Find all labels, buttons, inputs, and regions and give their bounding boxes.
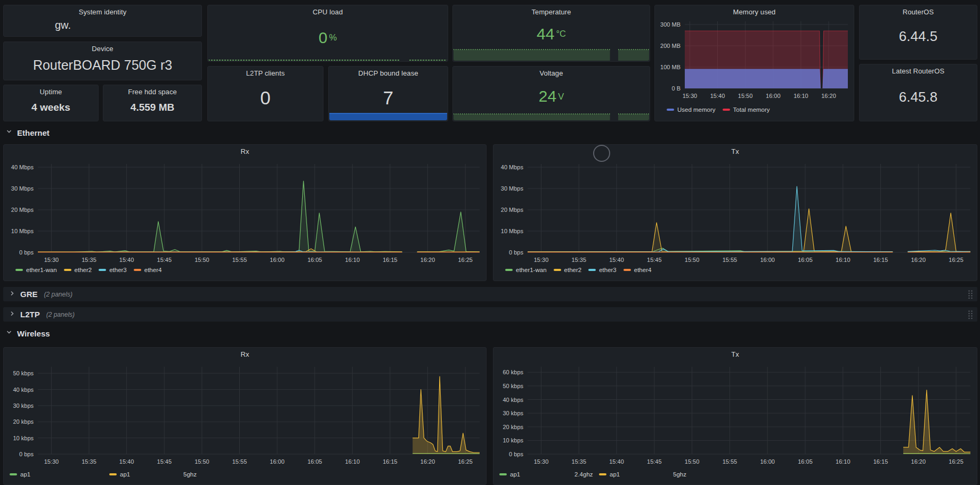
legend-item[interactable]: 5ghz [673, 471, 686, 478]
svg-text:40 kbps: 40 kbps [13, 387, 34, 393]
panel-title-routeros[interactable]: RouterOS [860, 8, 977, 16]
svg-text:15:35: 15:35 [572, 257, 587, 263]
svg-text:15:30: 15:30 [44, 458, 59, 465]
row-drag-handle-icon[interactable] [968, 290, 973, 299]
svg-text:15:50: 15:50 [685, 458, 700, 465]
svg-text:16:10: 16:10 [836, 458, 851, 465]
temperature-sparkline [453, 48, 649, 61]
svg-text:15:30: 15:30 [44, 257, 59, 263]
panel-title-l2tp-clients[interactable]: L2TP clients [208, 69, 323, 77]
svg-text:15:50: 15:50 [195, 257, 209, 263]
svg-text:15:30: 15:30 [534, 458, 549, 465]
panel-title-cpu-load[interactable]: CPU load [208, 8, 448, 16]
svg-text:50 kbps: 50 kbps [503, 383, 523, 389]
svg-text:16:15: 16:15 [873, 458, 888, 465]
svg-text:10 kbps: 10 kbps [13, 435, 34, 441]
svg-text:10 Mbps: 10 Mbps [11, 228, 34, 234]
ethernet-tx-plot[interactable]: 0 bps10 Mbps20 Mbps30 Mbps40 Mbps15:3015… [493, 145, 977, 281]
svg-text:15:35: 15:35 [572, 458, 587, 465]
chevron-right-icon [9, 290, 16, 299]
panel-title-uptime[interactable]: Uptime [4, 88, 98, 96]
temperature-value: 44°C [453, 16, 650, 52]
svg-text:16:05: 16:05 [798, 458, 813, 465]
wireless-tx-plot[interactable]: 0 bps10 kbps20 kbps30 kbps40 kbps50 kbps… [493, 348, 977, 484]
legend-item[interactable]: ether2 [64, 267, 92, 273]
svg-text:20 kbps: 20 kbps [13, 418, 34, 425]
svg-text:15:35: 15:35 [82, 257, 96, 263]
svg-text:50 kbps: 50 kbps [13, 370, 34, 376]
panel-wireless-rx: Rx 0 bps10 kbps20 kbps30 kbps40 kbps50 k… [3, 347, 487, 485]
panel-system-identity: System identity gw. [3, 5, 202, 37]
section-header-ethernet[interactable]: Ethernet [5, 128, 50, 137]
svg-text:40 kbps: 40 kbps [503, 397, 523, 403]
row-drag-handle-icon[interactable] [968, 310, 973, 319]
free-hdd-space-value: 4.559 MB [103, 96, 201, 119]
legend-item[interactable]: ap1 [10, 471, 30, 478]
legend-item[interactable]: ether3 [99, 267, 127, 273]
svg-text:15:35: 15:35 [82, 458, 96, 465]
panel-cpu-load: CPU load 0% [207, 5, 448, 62]
legend-item[interactable]: ether4 [134, 267, 162, 273]
svg-text:15:40: 15:40 [609, 458, 624, 465]
legend-item[interactable]: Used memory [667, 106, 716, 113]
svg-text:16:10: 16:10 [345, 458, 360, 465]
voltage-sparkline [453, 113, 649, 120]
svg-text:16:00: 16:00 [760, 458, 775, 465]
l2tp-clients-value: 0 [208, 77, 323, 119]
section-row-gre[interactable]: GRE (2 panels) [3, 287, 977, 301]
legend-item[interactable]: Total memory [723, 106, 770, 113]
panel-wireless-tx: Tx 0 bps10 kbps20 kbps30 kbps40 kbps50 k… [493, 347, 977, 485]
legend-item[interactable]: 2.4ghz [574, 471, 593, 478]
panel-title-voltage[interactable]: Voltage [453, 69, 650, 77]
legend-item[interactable]: ether3 [588, 267, 617, 273]
legend-item[interactable]: ether4 [623, 267, 652, 273]
legend-item[interactable]: ether2 [554, 267, 582, 273]
panel-voltage: Voltage 24V [452, 66, 650, 121]
svg-text:15:40: 15:40 [710, 93, 725, 99]
svg-text:16:00: 16:00 [270, 257, 285, 263]
svg-text:300 MB: 300 MB [660, 21, 681, 28]
svg-text:15:40: 15:40 [119, 257, 134, 263]
svg-text:60 kbps: 60 kbps [503, 369, 523, 375]
svg-text:15:55: 15:55 [723, 257, 738, 263]
chevron-right-icon [9, 310, 16, 319]
legend-item[interactable]: 5ghz [183, 471, 197, 478]
section-label-gre: GRE [20, 290, 38, 299]
svg-text:16:20: 16:20 [821, 93, 836, 99]
svg-text:20 Mbps: 20 Mbps [11, 207, 34, 213]
wireless-rx-plot[interactable]: 0 bps10 kbps20 kbps30 kbps40 kbps50 kbps… [4, 348, 486, 484]
gre-panel-count: (2 panels) [44, 291, 72, 298]
svg-text:10 kbps: 10 kbps [503, 437, 523, 443]
panel-title-system-identity[interactable]: System identity [4, 8, 201, 16]
svg-text:15:55: 15:55 [232, 458, 247, 465]
ethernet-rx-plot[interactable]: 0 bps10 Mbps20 Mbps30 Mbps40 Mbps15:3015… [4, 145, 486, 281]
routeros-value: 6.44.5 [860, 16, 977, 57]
panel-free-hdd-space: Free hdd space 4.559 MB [103, 85, 202, 121]
svg-text:0 B: 0 B [671, 85, 681, 92]
panel-loading-spinner-icon [593, 145, 610, 162]
svg-text:200 MB: 200 MB [660, 43, 681, 49]
panel-title-latest-routeros[interactable]: Latest RouterOS [860, 67, 977, 75]
chevron-down-icon [5, 128, 13, 137]
legend-item[interactable]: ap1 [599, 471, 620, 478]
legend-item[interactable]: ap1 [109, 471, 130, 478]
legend-item[interactable]: ether1-wan [505, 267, 547, 273]
svg-text:0 bps: 0 bps [19, 451, 34, 457]
svg-text:15:30: 15:30 [683, 93, 698, 99]
legend-item[interactable]: ether1-wan [15, 267, 57, 273]
device-value: RouterBOARD 750G r3 [4, 53, 201, 78]
panel-title-device[interactable]: Device [4, 45, 201, 53]
cpu-load-value: 0% [208, 16, 448, 59]
panel-title-dhcp-bound-lease[interactable]: DHCP bound lease [329, 69, 448, 77]
panel-ethernet-tx: Tx 0 bps10 Mbps20 Mbps30 Mbps40 Mbps15:3… [493, 144, 977, 281]
section-row-l2tp[interactable]: L2TP (2 panels) [3, 307, 977, 322]
svg-text:15:45: 15:45 [157, 257, 172, 263]
panel-title-temperature[interactable]: Temperature [453, 8, 650, 16]
legend-item[interactable]: ap1 [499, 471, 520, 478]
svg-text:30 kbps: 30 kbps [13, 402, 34, 409]
panel-title-free-hdd-space[interactable]: Free hdd space [103, 88, 201, 96]
svg-text:16:25: 16:25 [458, 458, 473, 465]
memory-used-plot[interactable]: 0 B100 MB200 MB300 MB15:3015:4015:5016:0… [655, 5, 854, 121]
section-header-wireless[interactable]: Wireless [5, 328, 50, 338]
svg-text:16:00: 16:00 [766, 93, 781, 99]
